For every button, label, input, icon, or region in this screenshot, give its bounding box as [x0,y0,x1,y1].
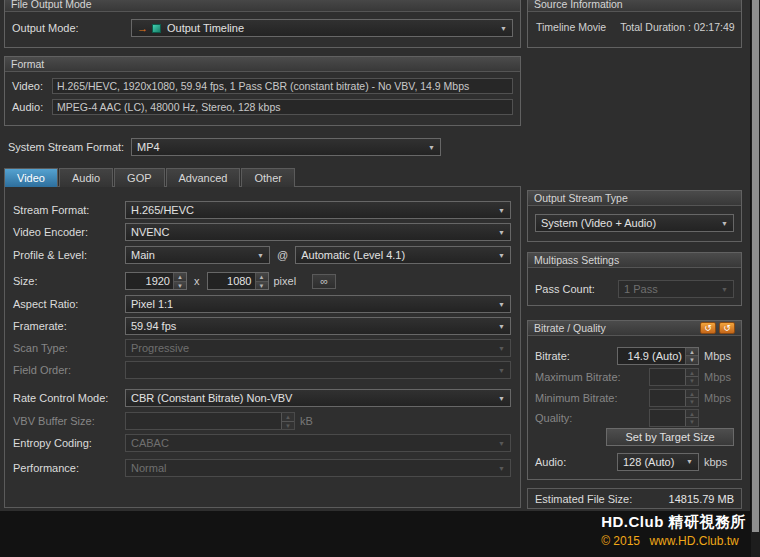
rate-control-mode-row: Rate Control Mode: CBR (Constant Bitrate… [13,389,511,407]
multipass-settings-title-text: Multipass Settings [534,254,735,266]
width-input[interactable] [126,273,173,289]
tab-advanced[interactable]: Advanced [166,168,241,187]
vbv-buffer-size-input [126,413,281,429]
system-stream-format-value: MP4 [137,141,423,153]
audio-bitrate-dropdown[interactable]: 128 (Auto) ▼ [617,453,699,471]
stream-format-label: Stream Format: [13,204,125,216]
maximum-bitrate-unit: Mbps [704,371,734,383]
system-stream-format-dropdown[interactable]: MP4 ▼ [131,138,441,156]
stream-format-dropdown[interactable]: H.265/HEVC ▼ [125,201,511,219]
stream-format-row: Stream Format: H.265/HEVC ▼ [13,201,511,219]
rate-control-mode-label: Rate Control Mode: [13,392,125,404]
spin-up-icon[interactable]: ▲ [686,348,698,356]
profile-dropdown[interactable]: Main ▼ [125,246,270,264]
spin-down-icon[interactable]: ▼ [174,281,186,290]
vbv-buffer-size-label: VBV Buffer Size: [13,415,125,427]
aspect-ratio-row: Aspect Ratio: Pixel 1:1 ▼ [13,295,511,313]
vbv-buffer-size-unit: kB [300,415,313,427]
format-video-summary: H.265/HEVC, 1920x1080, 59.94 fps, 1 Pass… [52,78,513,94]
chevron-down-icon: ▼ [498,465,505,472]
spin-down-icon: ▼ [686,376,698,385]
aspect-ratio-dropdown[interactable]: Pixel 1:1 ▼ [125,295,511,313]
height-input[interactable] [208,273,255,289]
level-value: Automatic (Level 4.1) [301,249,493,261]
watermark-url: www.HD.Club.tw [649,534,738,548]
audio-bitrate-unit: kbps [704,456,734,468]
tab-audio[interactable]: Audio [59,168,113,187]
format-audio-label: Audio: [12,101,52,113]
output-stream-type-row: System (Video + Audio) ▼ [535,214,734,232]
spin-up-icon: ▲ [686,390,698,398]
chevron-down-icon: ▼ [498,440,505,447]
spin-down-icon[interactable]: ▼ [256,281,268,290]
encoder-settings-panel: File Output Mode Output Mode: → Output T… [0,0,750,511]
spin-up-icon[interactable]: ▲ [256,273,268,281]
watermark-copyright: © 2015 [601,534,640,548]
bitrate-quality-group: Bitrate / Quality ↺ ↺ Bitrate: ▲ ▼ Mbps … [527,320,742,480]
chevron-down-icon: ▼ [498,323,505,330]
curved-arrow-icon-2[interactable]: ↺ [719,322,735,334]
framerate-dropdown[interactable]: 59.94 fps ▼ [125,317,511,335]
height-spinner[interactable]: ▲ ▼ [207,272,269,290]
set-by-target-size-button[interactable]: Set by Target Size [606,428,734,446]
output-stream-type-dropdown[interactable]: System (Video + Audio) ▼ [535,214,734,232]
spin-down-icon[interactable]: ▼ [686,355,698,364]
file-output-mode-group-title: File Output Mode [5,0,520,12]
output-mode-dropdown[interactable]: → Output Timeline ▼ [131,19,513,37]
tab-video[interactable]: Video [4,168,58,187]
settings-tabs: Video Audio GOP Advanced Other [4,168,296,187]
maximum-bitrate-spinner: ▲ ▼ [649,368,699,386]
format-audio-row: Audio: MPEG-4 AAC (LC), 48000 Hz, Stereo… [12,99,513,115]
spin-up-icon: ▲ [686,410,698,418]
total-duration: Total Duration : 02:17:49 [620,21,734,33]
minimum-bitrate-spinner: ▲ ▼ [649,389,699,407]
bitrate-spinner[interactable]: ▲ ▼ [617,347,699,365]
tab-gop[interactable]: GOP [114,168,164,187]
aspect-ratio-label: Aspect Ratio: [13,298,125,310]
bitrate-unit: Mbps [704,350,734,362]
watermark: HD.Club 精研視務所 © 2015 www.HD.Club.tw [601,513,746,548]
video-encoder-dropdown[interactable]: NVENC ▼ [125,223,511,241]
scan-type-value: Progressive [131,342,493,354]
size-x-separator: x [194,275,200,287]
aspect-link-icon[interactable]: ∞ [312,274,336,289]
level-dropdown[interactable]: Automatic (Level 4.1) ▼ [295,246,511,264]
tab-other[interactable]: Other [241,168,295,187]
chevron-down-icon: ▼ [498,229,505,236]
output-stream-type-value: System (Video + Audio) [541,217,716,229]
output-mode-label: Output Mode: [12,22,131,34]
video-encoder-value: NVENC [131,226,493,238]
field-order-dropdown: ▼ [125,361,511,379]
chevron-down-icon: ▼ [498,345,505,352]
profile-level-label: Profile & Level: [13,249,125,261]
spin-buttons: ▲ ▼ [685,390,698,406]
scrollbar-thumb[interactable] [752,0,759,532]
source-information-row: Timeline Movie Total Duration : 02:17:49 [536,21,733,33]
watermark-title: HD.Club 精研視務所 [601,513,746,532]
width-spinner[interactable]: ▲ ▼ [125,272,187,290]
source-information-title-text: Source Information [534,0,735,10]
performance-row: Performance: Normal ▼ [13,459,511,477]
performance-value: Normal [131,462,493,474]
scrollbar[interactable] [751,0,760,557]
rate-control-mode-dropdown[interactable]: CBR (Constant Bitrate) Non-VBV ▼ [125,389,511,407]
vbv-buffer-size-spinner: ▲ ▼ [125,412,295,430]
estimated-file-size-box: Estimated File Size: 14815.79 MB [527,488,742,509]
spin-up-icon[interactable]: ▲ [174,273,186,281]
pass-count-row: Pass Count: 1 Pass ▼ [535,280,734,298]
timeline-cube-icon [152,24,161,33]
bitrate-input[interactable] [618,348,685,364]
multipass-settings-group-title: Multipass Settings [528,253,741,268]
chevron-down-icon: ▼ [257,252,264,259]
spin-up-icon: ▲ [282,413,294,421]
format-audio-summary: MPEG-4 AAC (LC), 48000 Hz, Stereo, 128 k… [52,99,513,115]
profile-level-row: Profile & Level: Main ▼ @ Automatic (Lev… [13,246,511,264]
curved-arrow-icon-1[interactable]: ↺ [700,322,716,334]
entropy-coding-value: CABAC [131,437,493,449]
pass-count-value: 1 Pass [624,283,716,295]
output-stream-type-group-title: Output Stream Type [528,191,741,206]
source-name: Timeline Movie [536,21,606,33]
video-tab-panel: Stream Format: H.265/HEVC ▼ Video Encode… [4,186,521,508]
chevron-down-icon: ▼ [500,25,507,32]
maximum-bitrate-row: Maximum Bitrate: ▲ ▼ Mbps [535,368,734,385]
